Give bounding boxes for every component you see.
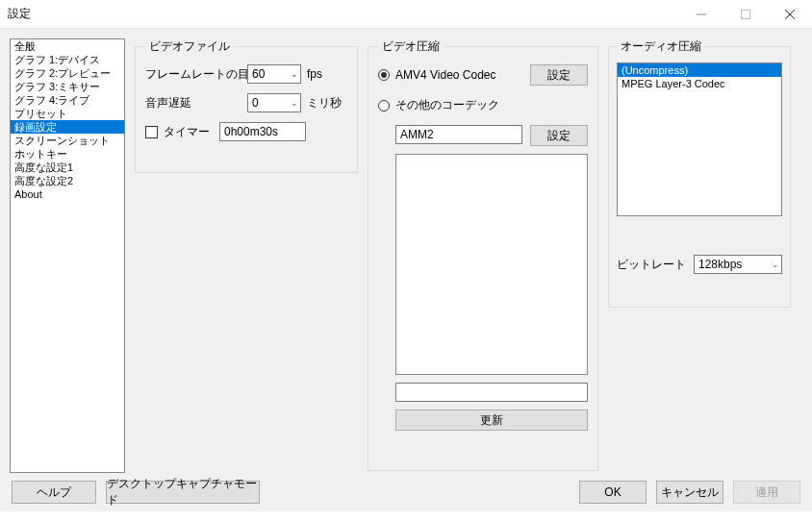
sidebar-item-graph2[interactable]: グラフ 2:プレビュー [11, 66, 124, 80]
codec-option1-label: AMV4 Video Codec [395, 68, 524, 82]
sidebar-item-graph1[interactable]: グラフ 1:デバイス [11, 53, 124, 66]
audio-codec-item[interactable]: (Uncompress) [618, 63, 781, 77]
framerate-unit: fps [307, 67, 322, 81]
minimize-button[interactable] [679, 0, 723, 29]
sidebar-item-hotkey[interactable]: ホットキー [11, 147, 124, 161]
framerate-label: フレームレートの目安 [145, 66, 241, 83]
framerate-combo[interactable]: 60 ⌄ [247, 64, 301, 84]
maximize-icon [741, 10, 750, 19]
audio-compression-legend: オーディオ圧縮 [617, 38, 705, 55]
audio-delay-unit: ミリ秒 [307, 95, 342, 112]
audio-delay-value: 0 [252, 96, 259, 110]
codec-option1-settings-button[interactable]: 設定 [530, 64, 588, 86]
sidebar-item-graph4[interactable]: グラフ 4:ライブ [11, 93, 124, 107]
audio-codec-listbox[interactable]: (Uncompress) MPEG Layer-3 Codec [617, 62, 782, 216]
codec-option2-label: その他のコーデック [395, 97, 499, 113]
codec-option2-radio[interactable] [378, 100, 390, 112]
update-button[interactable]: 更新 [395, 409, 588, 431]
timer-label: タイマー [164, 124, 214, 140]
titlebar: 設定 [0, 0, 812, 29]
sidebar-item-about[interactable]: About [11, 187, 124, 201]
help-button[interactable]: ヘルプ [12, 481, 96, 504]
close-button[interactable] [768, 0, 812, 29]
close-icon [785, 10, 795, 19]
svg-rect-1 [742, 10, 750, 18]
audio-delay-combo[interactable]: 0 ⌄ [247, 93, 301, 112]
chevron-down-icon: ⌄ [291, 98, 298, 108]
timer-checkbox[interactable] [145, 126, 158, 138]
bitrate-combo[interactable]: 128kbps ⌄ [694, 255, 782, 274]
sidebar-item-preset[interactable]: プリセット [11, 107, 124, 120]
video-compression-legend: ビデオ圧縮 [378, 38, 444, 55]
ok-button[interactable]: OK [579, 481, 647, 504]
sidebar-item-advanced2[interactable]: 高度な設定2 [11, 174, 124, 187]
video-file-group: ビデオファイル フレームレートの目安 60 ⌄ fps 音声遅延 0 ⌄ ミリ秒 [135, 38, 358, 173]
codec-option1-radio[interactable] [378, 69, 390, 81]
codec-option2-settings-button[interactable]: 設定 [530, 125, 588, 146]
bitrate-value: 128kbps [698, 258, 742, 271]
codec-name-value: AMM2 [400, 128, 434, 141]
desktop-capture-mode-button[interactable]: デスクトップキャプチャモード [106, 481, 260, 504]
bitrate-label: ビットレート [617, 257, 686, 273]
codec-name-input[interactable]: AMM2 [395, 125, 522, 144]
codec-listbox[interactable] [395, 154, 588, 375]
footer: ヘルプ デスクトップキャプチャモード OK キャンセル 適用 [0, 473, 812, 511]
codec-status-input[interactable] [395, 383, 588, 402]
maximize-button[interactable] [723, 0, 768, 29]
chevron-down-icon: ⌄ [772, 260, 779, 269]
timer-value: 0h00m30s [224, 125, 278, 138]
audio-delay-label: 音声遅延 [145, 95, 241, 112]
video-compression-group: ビデオ圧縮 AMV4 Video Codec 設定 その他のコーデック AMM2… [368, 38, 598, 471]
category-list[interactable]: 全般 グラフ 1:デバイス グラフ 2:プレビュー グラフ 3:ミキサー グラフ… [10, 38, 125, 473]
audio-compression-group: オーディオ圧縮 (Uncompress) MPEG Layer-3 Codec … [608, 38, 791, 308]
sidebar-item-screenshot[interactable]: スクリーンショット [11, 134, 124, 147]
framerate-value: 60 [252, 67, 265, 81]
timer-input[interactable]: 0h00m30s [219, 122, 306, 141]
sidebar-item-graph3[interactable]: グラフ 3:ミキサー [11, 80, 124, 93]
cancel-button[interactable]: キャンセル [656, 481, 723, 504]
audio-codec-item[interactable]: MPEG Layer-3 Codec [618, 77, 781, 90]
minimize-icon [697, 10, 706, 19]
sidebar-item-recording[interactable]: 録画設定 [11, 120, 124, 134]
window-title: 設定 [8, 6, 31, 22]
sidebar-item-general[interactable]: 全般 [11, 39, 124, 53]
video-file-legend: ビデオファイル [145, 38, 234, 55]
chevron-down-icon: ⌄ [291, 69, 298, 79]
sidebar-item-advanced1[interactable]: 高度な設定1 [11, 161, 124, 174]
apply-button[interactable]: 適用 [733, 481, 800, 504]
